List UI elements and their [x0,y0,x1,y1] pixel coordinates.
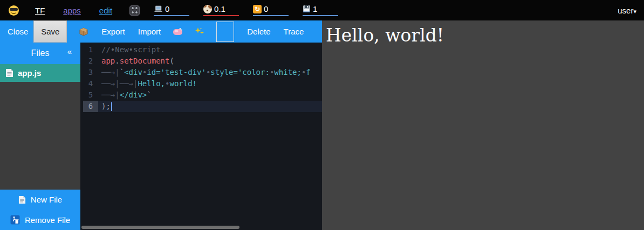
line-number[interactable]: 2 [83,55,98,67]
chevron-down-icon: ▾ [633,8,636,15]
line-number[interactable]: 6 [83,101,98,112]
new-file-button[interactable]: New File [0,190,80,210]
repeat-counter-value: 0 [264,4,268,13]
export-button[interactable]: Export [101,27,125,36]
repeat-counter-field[interactable]: ↻ 0 [253,4,289,16]
code-line-content: ──→|──→|Hello,•world! [98,78,322,89]
horizontal-scrollbar[interactable] [81,226,239,229]
empty-button[interactable] [216,22,234,42]
code-editor[interactable]: 1//•New•script.2app.setDocument(3──→|`<d… [80,43,322,230]
line-number[interactable]: 1 [83,44,98,55]
new-file-icon [18,196,26,204]
text-cursor [111,102,112,111]
code-line[interactable]: 1//•New•script. [80,44,322,55]
sparkles-button[interactable] [195,27,204,36]
line-number[interactable]: 5 [83,89,98,101]
laptop-counter-value: 0 [165,4,169,13]
code-line[interactable]: 4──→|──→|Hello,•world! [80,78,322,89]
code-line-content: app.setDocument( [98,55,322,67]
floppy-counter-field[interactable]: 1 [303,4,338,16]
files-header-title: Files [31,48,50,58]
hamster-icon [203,5,212,13]
code-line[interactable]: 2app.setDocument( [80,55,322,67]
editor-app-region: Close Save Export Import [0,20,322,230]
laptop-icon [154,5,163,13]
control-knobs-icon[interactable] [129,5,140,16]
code-line-content: ──→|</div>` [98,89,322,101]
file-item-label: app.js [18,68,41,78]
import-button[interactable]: Import [138,27,161,36]
package-icon [79,27,88,37]
line-number[interactable]: 3 [83,67,98,78]
trace-button[interactable]: Trace [284,27,304,36]
preview-heading: Hello, world! [326,25,644,46]
soap-button[interactable] [173,27,183,36]
repeat-icon: ↻ [253,5,262,13]
sidebar-filler [0,82,80,190]
nav-link-tf[interactable]: TF [35,6,45,15]
hamster-counter-field[interactable]: 0.1 [203,4,239,16]
sparkles-icon [195,27,204,36]
floppy-disk-icon [303,5,311,13]
smiling-face-sunglasses-icon[interactable] [9,5,19,16]
user-menu[interactable]: user▾ [618,6,636,15]
litter-bin-icon [10,215,20,225]
code-line-content: ──→|`<div•id='test-div'•style='color:•wh… [98,67,322,78]
file-item-appjs[interactable]: app.js [0,64,80,82]
new-file-label: New File [31,195,62,204]
code-line[interactable]: 3──→|`<div•id='test-div'•style='color:•w… [80,67,322,78]
top-bar: TF apps edit 0 0.1 ↻ 0 1 user▾ [0,0,644,20]
collapse-sidebar-icon[interactable]: « [67,47,72,56]
remove-file-button[interactable]: Remove File [0,210,80,230]
line-number[interactable]: 4 [83,78,98,89]
preview-panel: Hello, world! [322,20,644,230]
remove-file-label: Remove File [25,215,70,225]
laptop-counter-field[interactable]: 0 [154,4,189,16]
files-sidebar: Files « app.js [0,43,80,230]
user-menu-label: user [618,6,633,15]
editor-toolbar: Close Save Export Import [0,20,322,43]
nav-link-edit[interactable]: edit [99,6,112,15]
files-header: Files « [0,43,80,64]
code-line[interactable]: 6); [80,101,322,112]
soap-icon [173,27,183,36]
hamster-counter-value: 0.1 [214,4,225,13]
code-line-content: //•New•script. [98,44,322,55]
package-button[interactable] [79,27,88,37]
code-line[interactable]: 5──→|</div>` [80,89,322,101]
save-button[interactable]: Save [33,20,67,43]
document-icon [5,68,13,78]
nav-link-apps[interactable]: apps [63,6,81,15]
code-line-content: ); [98,101,322,112]
floppy-counter-value: 1 [313,4,317,13]
close-button[interactable]: Close [8,27,28,36]
delete-button[interactable]: Delete [247,27,270,36]
